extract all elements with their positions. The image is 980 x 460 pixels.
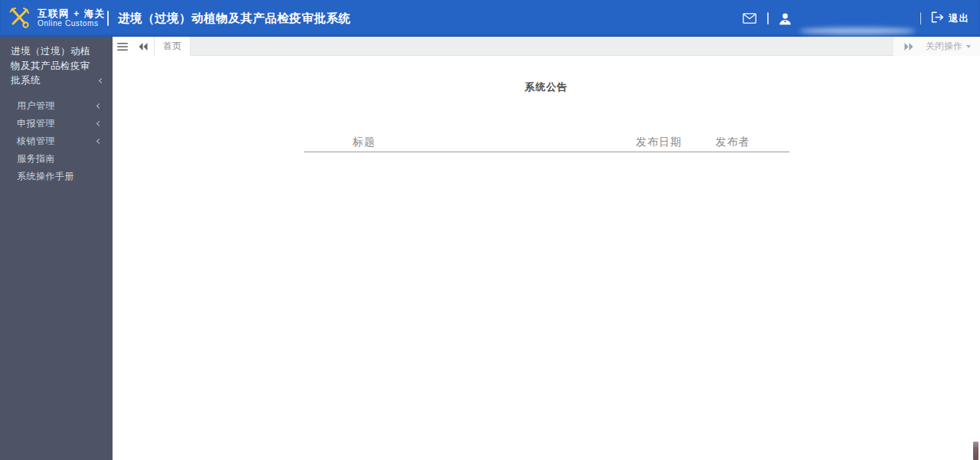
announcement-table: 标题 发布日期 发布者: [304, 132, 789, 155]
sidebar-item-writeoff-management[interactable]: 核销管理: [0, 132, 113, 150]
tab-bar: 首页 关闭操作: [113, 37, 980, 56]
menu-item-label: 申报管理: [17, 117, 55, 130]
logo: 互联网 + 海关 Online Customs: [0, 5, 107, 33]
sidebar-system-title[interactable]: 进境（过境）动植物及其产品检疫审批系统: [0, 37, 113, 91]
menu-item-label: 用户管理: [17, 100, 55, 113]
tab-bar-right-controls: 关闭操作: [893, 37, 980, 56]
logout-icon: [931, 11, 944, 26]
column-header-title: 标题: [304, 135, 636, 149]
header-divider: [767, 12, 769, 24]
user-icon[interactable]: [779, 12, 792, 25]
logo-line1: 互联网 + 海关: [38, 8, 106, 19]
sidebar-item-user-management[interactable]: 用户管理: [0, 97, 113, 115]
chevron-left-icon: [96, 103, 102, 109]
menu-item-label: 系统操作手册: [17, 170, 74, 183]
sidebar-menu: 用户管理 申报管理 核销管理 服务指南 系统操作手册: [0, 97, 113, 185]
tab-strip: [191, 37, 893, 56]
double-arrow-left-icon[interactable]: [132, 37, 154, 56]
chevron-left-icon: [96, 121, 102, 126]
table-body-empty: [304, 152, 789, 155]
close-operations-dropdown[interactable]: 关闭操作: [926, 40, 971, 53]
logout-label: 退出: [949, 12, 969, 25]
logout-button[interactable]: 退出: [931, 11, 969, 26]
menu-item-label: 服务指南: [17, 152, 55, 165]
app-title: 进境（过境）动植物及其产品检疫审批系统: [118, 11, 351, 27]
sidebar: 进境（过境）动植物及其产品检疫审批系统 用户管理 申报管理 核销管理 服务指南 …: [0, 37, 113, 460]
mail-icon[interactable]: [743, 13, 756, 24]
main-content: 系统公告 标题 发布日期 发布者: [113, 56, 980, 460]
tab-home[interactable]: 首页: [154, 37, 191, 56]
menu-item-label: 核销管理: [17, 135, 55, 148]
sidebar-item-declaration-management[interactable]: 申报管理: [0, 115, 113, 132]
chevron-left-icon: [96, 139, 102, 144]
table-header-row: 标题 发布日期 发布者: [304, 132, 789, 152]
chevron-left-icon: [99, 78, 104, 83]
column-header-publish-date: 发布日期: [636, 135, 690, 149]
close-operations-label: 关闭操作: [926, 40, 962, 53]
double-arrow-right-icon[interactable]: [898, 43, 920, 51]
username-redacted: [799, 28, 916, 34]
column-header-publisher: 发布者: [690, 135, 789, 149]
sidebar-item-service-guide[interactable]: 服务指南: [0, 150, 113, 168]
logo-line2: Online Customs: [38, 19, 106, 28]
page-title: 系统公告: [113, 80, 980, 94]
header-right: 退出: [743, 0, 980, 37]
customs-emblem-icon: [7, 5, 32, 33]
sidebar-item-operation-manual[interactable]: 系统操作手册: [0, 168, 113, 185]
header-divider: [920, 12, 922, 24]
hamburger-icon[interactable]: [113, 37, 132, 56]
header-divider: [107, 11, 109, 26]
caret-down-icon: [966, 45, 971, 48]
logo-text: 互联网 + 海关 Online Customs: [38, 8, 106, 28]
tab-label: 首页: [163, 40, 181, 53]
scrollbar-thumb[interactable]: [973, 442, 978, 460]
sidebar-system-title-label: 进境（过境）动植物及其产品检疫审批系统: [11, 44, 92, 88]
app-header: 互联网 + 海关 Online Customs 进境（过境）动植物及其产品检疫审…: [0, 0, 980, 37]
